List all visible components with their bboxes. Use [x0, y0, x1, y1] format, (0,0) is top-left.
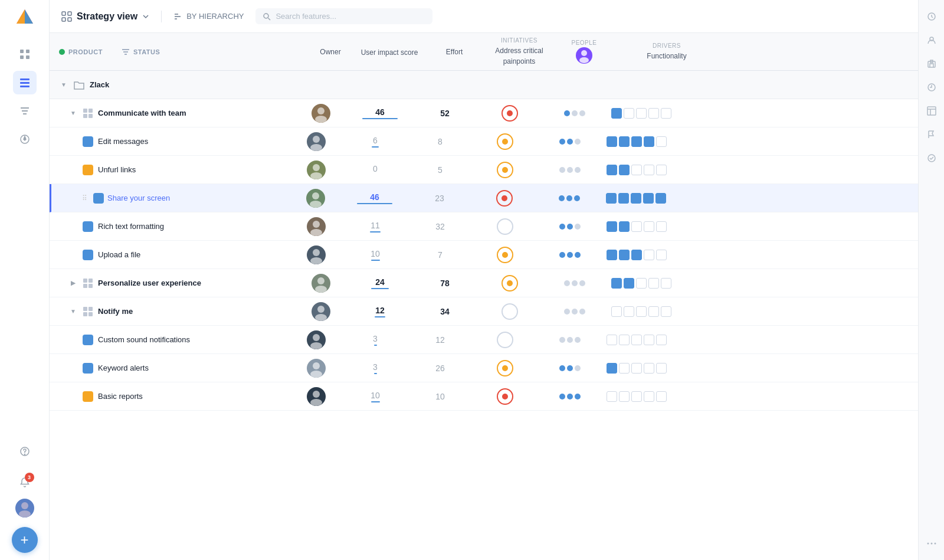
effort-notify: 34 [440, 307, 450, 316]
score-bar-edit [372, 146, 379, 148]
app-logo[interactable] [14, 7, 35, 31]
driver-sq [661, 108, 671, 119]
svg-point-42 [312, 192, 319, 199]
right-icon-check[interactable] [922, 149, 941, 168]
svg-point-77 [934, 543, 936, 545]
feature-row-custom-sound: Custom sound notifications 3 12 [50, 326, 918, 354]
driver-sq [619, 165, 630, 175]
expand-personalize[interactable]: ▶ [68, 279, 78, 288]
right-icon-clock2[interactable] [922, 78, 941, 97]
right-icon-user[interactable] [922, 31, 941, 50]
feature-name-share[interactable]: Share your screen [107, 194, 170, 202]
svg-rect-8 [20, 82, 30, 84]
score-reports: 10 [371, 391, 380, 400]
product-col-label: PRODUCT [68, 48, 103, 55]
sidebar-item-filter[interactable] [13, 99, 37, 123]
search-placeholder: Search features... [276, 12, 336, 21]
search-bar[interactable]: Search features... [255, 8, 432, 24]
feature-name-edit: Edit messages [98, 137, 148, 146]
owner-avatar-sound [307, 330, 326, 349]
drag-handle[interactable]: ⠿ [82, 194, 87, 202]
table-header: PRODUCT STATUS Owner User impact score E… [50, 33, 918, 71]
driver-sq [644, 221, 654, 232]
driver-sq [655, 193, 666, 204]
svg-rect-50 [83, 284, 87, 288]
svg-marker-1 [17, 9, 25, 24]
target-share [496, 190, 513, 207]
header-product: PRODUCT STATUS [59, 48, 307, 56]
sidebar-item-compass[interactable] [13, 127, 37, 151]
svg-point-52 [317, 277, 324, 284]
score-richtext: 11 [371, 221, 380, 230]
strategy-view-title[interactable]: Strategy view [61, 11, 149, 22]
header-owner: Owner [307, 48, 354, 56]
right-icon-building[interactable] [922, 54, 941, 73]
people-keyword [559, 365, 581, 371]
people-richtext [559, 224, 581, 230]
svg-point-65 [310, 399, 322, 406]
people-communicate [564, 110, 585, 116]
svg-rect-71 [927, 107, 936, 115]
driver-sq [619, 335, 630, 345]
group-name-notify: Notify me [98, 307, 133, 316]
right-icon-dots[interactable] [922, 534, 941, 553]
right-icon-flag[interactable] [922, 125, 941, 144]
hierarchy-button[interactable]: BY HIERARCHY [173, 12, 244, 21]
sidebar-item-list[interactable] [13, 71, 37, 94]
svg-point-25 [264, 14, 268, 18]
right-icon-clock[interactable] [922, 7, 941, 26]
feature-icon-richtext [83, 221, 93, 232]
status-col-label: STATUS [133, 48, 160, 55]
svg-point-15 [24, 454, 25, 455]
score-share: 46 [370, 192, 379, 202]
svg-point-31 [579, 57, 589, 63]
svg-point-58 [317, 306, 324, 313]
sidebar-item-grid[interactable] [13, 42, 37, 66]
feature-row-rich-text: Rich text formatting 11 32 [50, 212, 918, 241]
driver-sq [606, 193, 617, 204]
right-icon-table[interactable] [922, 101, 941, 120]
people-notify [564, 309, 585, 315]
driver-sq [607, 165, 617, 175]
svg-rect-55 [88, 307, 93, 311]
driver-sq [644, 250, 654, 260]
target-edit [497, 133, 513, 150]
driver-sq [631, 221, 642, 232]
owner-avatar-communicate [312, 104, 330, 123]
expand-communicate[interactable]: ▼ [68, 109, 78, 118]
svg-point-59 [315, 314, 327, 321]
svg-rect-51 [88, 284, 93, 288]
driver-sq [631, 335, 642, 345]
feature-row-basic-reports: Basic reports 10 10 [50, 382, 918, 411]
target-sound [497, 332, 513, 348]
svg-point-53 [315, 286, 327, 293]
driver-sq [611, 306, 622, 317]
header-score: User impact score [354, 47, 425, 57]
feature-icon-share [93, 193, 104, 204]
target-communicate [502, 105, 518, 122]
user-avatar[interactable] [15, 499, 34, 518]
driver-sq [607, 221, 617, 232]
driver-sq [611, 108, 622, 119]
feature-name-richtext: Rich text formatting [98, 222, 164, 231]
driver-sq [644, 363, 654, 374]
owner-avatar-reports [307, 387, 326, 406]
score-notify: 12 [375, 306, 385, 315]
svg-rect-35 [88, 114, 93, 118]
driver-sq [631, 193, 641, 204]
people-share [559, 195, 580, 201]
svg-point-44 [313, 221, 320, 228]
svg-point-46 [313, 249, 320, 256]
sidebar-item-help[interactable] [13, 440, 37, 463]
expand-notify[interactable]: ▼ [68, 307, 78, 316]
svg-rect-54 [83, 307, 87, 311]
target-reports [497, 388, 513, 405]
driver-sq [618, 193, 629, 204]
notification-button[interactable]: 3 [13, 470, 37, 494]
driver-sq [661, 306, 671, 317]
driver-sq [644, 391, 654, 402]
target-unfurl [497, 162, 513, 178]
add-button[interactable]: + [12, 527, 38, 553]
topbar: Strategy view BY HIERARCHY Search featur… [50, 0, 918, 33]
expand-zlack[interactable]: ▼ [59, 80, 68, 90]
